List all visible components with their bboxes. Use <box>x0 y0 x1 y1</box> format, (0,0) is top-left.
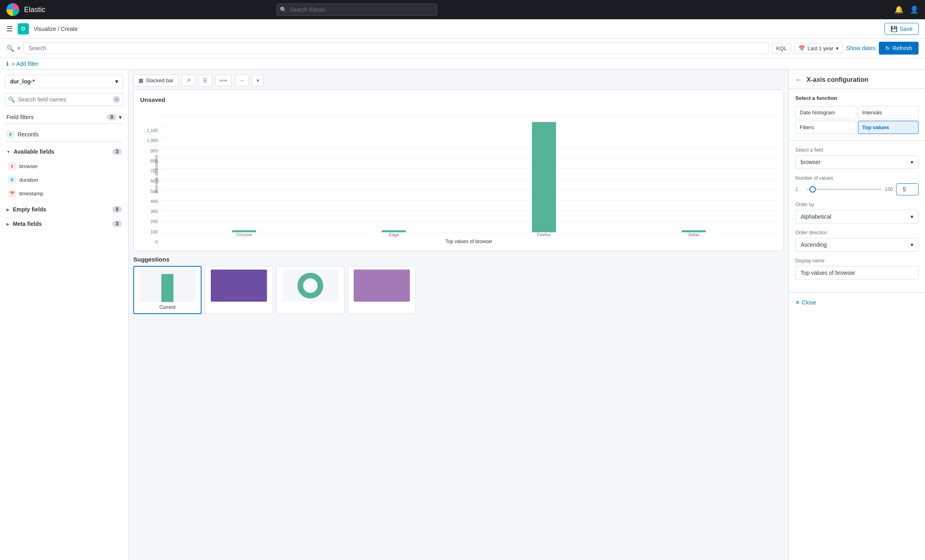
field-item-browser[interactable]: t browser <box>5 160 123 172</box>
bar-chart: 1,100 1,000 900 800 700 600 500 400 300 … <box>140 108 777 244</box>
function-date-histogram[interactable]: Date histogram <box>795 106 856 119</box>
slider-row: 1 100 <box>795 183 919 195</box>
global-search: 🔍 <box>277 4 437 16</box>
field-type-date-icon: 📅 <box>8 189 16 197</box>
x-axis-title: Top values of browser <box>161 239 777 244</box>
meta-fields-section-header[interactable]: ▶ Meta fields 3 <box>5 217 123 230</box>
select-function-section: Select a function Date histogram Interva… <box>789 89 925 141</box>
add-filter-button[interactable]: + Add filter <box>12 61 39 67</box>
suggestion-card-current[interactable]: Current <box>133 266 202 314</box>
date-picker-button[interactable]: 📅 Last 1 year ▾ <box>794 43 843 54</box>
back-button[interactable]: ← <box>795 76 802 83</box>
save-icon: 💾 <box>890 26 897 32</box>
user-icon[interactable]: 👤 <box>910 5 919 14</box>
suggestion-label-current: Current <box>159 304 175 310</box>
values-slider[interactable] <box>807 189 882 190</box>
suggestion-card-2[interactable] <box>205 266 273 314</box>
chart-tool-3[interactable]: ⟺ <box>215 75 232 86</box>
suggestion-card-3[interactable] <box>276 266 344 314</box>
field-type-number-icon: # <box>8 176 16 184</box>
meta-fields-title: Meta fields <box>13 221 42 227</box>
suggestion-preview-3 <box>282 270 338 302</box>
y-label-400: 400 <box>140 199 158 204</box>
secondary-navigation: ☰ D Visualize / Create 💾 Save <box>0 19 925 39</box>
empty-fields-section-header[interactable]: ▶ Empty fields 0 <box>5 203 123 216</box>
suggestion-preview-4 <box>354 270 410 302</box>
app-title: Elastic <box>24 6 45 14</box>
breadcrumb-visualize[interactable]: Visualize <box>34 26 56 32</box>
available-fields-section-header[interactable]: ▼ Available fields 3 <box>5 145 123 158</box>
left-sidebar: dur_log-* ▾ 🔍 ✕ Field filters 0 ▾ # Reco… <box>0 70 128 560</box>
values-number-input[interactable] <box>896 183 919 195</box>
breadcrumb: Visualize / Create <box>34 26 77 32</box>
chart-type-button[interactable]: ▦ Stacked bar <box>133 75 179 86</box>
filter-dropdown-icon[interactable]: ▾ <box>18 45 20 51</box>
field-search-input[interactable] <box>5 93 123 106</box>
chart-tool-4[interactable]: ↔ <box>235 75 249 86</box>
bar-edge <box>319 230 469 232</box>
x-label-safari: Safari <box>619 232 769 237</box>
close-icon: ✕ <box>795 299 800 306</box>
field-name-browser: browser <box>19 163 38 169</box>
field-search-clear-icon[interactable]: ✕ <box>113 96 120 103</box>
global-search-input[interactable] <box>277 4 437 16</box>
breadcrumb-create: Create <box>61 26 77 32</box>
function-filters[interactable]: Filters <box>795 121 856 134</box>
save-button[interactable]: 💾 Save <box>884 23 919 35</box>
y-label-200: 200 <box>140 219 158 224</box>
records-row: # Records <box>5 127 123 142</box>
panel-footer: ✕ Close <box>789 293 925 312</box>
y-label-0: 0 <box>140 239 158 244</box>
kql-button[interactable]: KQL <box>772 43 791 54</box>
svg-point-1 <box>307 282 314 289</box>
bar-chrome-fill <box>232 230 256 232</box>
select-field-field: Select a field browser ▾ <box>795 147 919 169</box>
field-item-duration[interactable]: # duration <box>5 173 123 186</box>
hamburger-menu[interactable]: ☰ <box>6 24 13 33</box>
available-fields-chevron-icon: ▼ <box>6 150 10 154</box>
records-label: Records <box>18 131 39 138</box>
chart-tool-2[interactable]: ☰ <box>198 75 212 86</box>
bar-edge-fill <box>382 230 406 232</box>
stacked-bar-icon: ▦ <box>139 77 143 83</box>
select-field-label: Select a field <box>795 147 919 153</box>
refresh-button[interactable]: ↻ Refresh <box>879 42 919 55</box>
suggestions-row: Current <box>133 266 784 314</box>
panel-title: X-axis configuration <box>807 76 868 83</box>
records-type-icon: # <box>6 130 14 138</box>
display-name-input[interactable] <box>795 266 919 280</box>
y-label-1000: 1,000 <box>140 138 158 143</box>
chart-tool-5[interactable]: ▾ <box>252 75 264 86</box>
chart-inner: Average of duration <box>161 116 777 244</box>
notifications-icon[interactable]: 🔔 <box>894 5 903 14</box>
chart-tool-1[interactable]: ↗ <box>182 75 195 86</box>
bars-container <box>161 116 777 232</box>
close-button[interactable]: ✕ Close <box>795 299 816 306</box>
number-of-values-field: Number of values 1 100 <box>795 175 919 195</box>
show-dates-button[interactable]: Show dates <box>846 45 876 51</box>
select-function-title: Select a function <box>795 95 919 101</box>
field-selector[interactable]: browser ▾ <box>795 155 919 169</box>
filter-search-input[interactable] <box>23 42 768 54</box>
field-item-timestamp[interactable]: 📅 timestamp <box>5 187 123 200</box>
order-direction-selector[interactable]: Ascending ▾ <box>795 238 919 252</box>
top-nav-icons: 🔔 👤 <box>894 5 919 14</box>
main-layout: dur_log-* ▾ 🔍 ✕ Field filters 0 ▾ # Reco… <box>0 70 925 560</box>
function-grid: Date histogram Intervals Filters Top val… <box>795 106 919 134</box>
elastic-logo <box>6 3 19 16</box>
right-panel-header: ← X-axis configuration <box>789 70 925 89</box>
order-by-selector[interactable]: Alphabetical ▾ <box>795 210 919 223</box>
bar-safari <box>619 230 769 232</box>
function-intervals[interactable]: Intervals <box>858 106 919 119</box>
x-label-firefox: Firefox <box>469 232 619 237</box>
order-direction-chevron-icon: ▾ <box>911 241 913 248</box>
function-top-values[interactable]: Top values <box>858 121 919 134</box>
order-by-chevron-icon: ▾ <box>911 213 913 220</box>
chart-body: Average of duration <box>161 116 777 232</box>
suggestion-card-4[interactable] <box>348 266 416 314</box>
field-name-duration: duration <box>19 177 38 183</box>
field-filters-row[interactable]: Field filters 0 ▾ <box>5 111 123 124</box>
index-selector[interactable]: dur_log-* ▾ <box>5 75 123 88</box>
y-label-300: 300 <box>140 209 158 214</box>
suggestions-title: Suggestions <box>133 256 784 263</box>
